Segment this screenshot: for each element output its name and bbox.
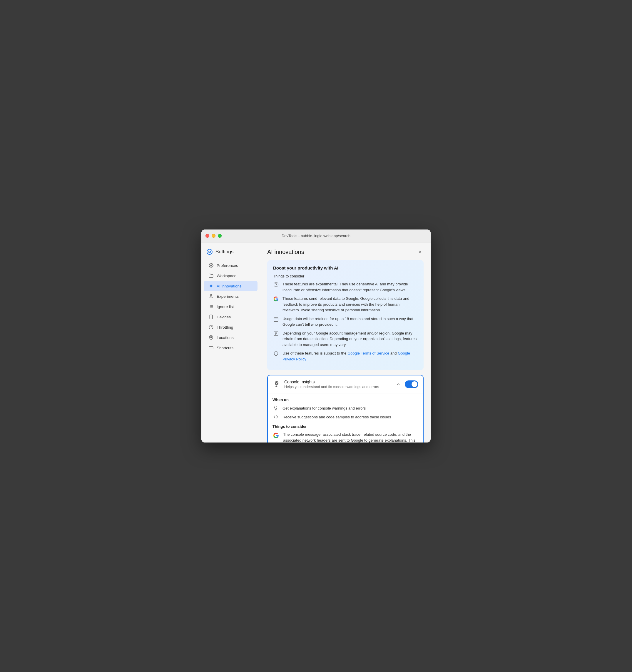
gauge-icon xyxy=(208,325,214,330)
console-insights-controls xyxy=(395,380,418,388)
close-button[interactable]: × xyxy=(416,248,424,256)
svg-point-2 xyxy=(210,265,212,266)
when-on-item-0: Get explanations for console warnings an… xyxy=(273,405,418,411)
sidebar-item-experiments[interactable]: Experiments xyxy=(204,291,257,301)
main-header: AI innovations × xyxy=(267,248,424,256)
toggle-thumb xyxy=(411,381,418,387)
console-insights-card: Console Insights Helps you understand an… xyxy=(267,375,424,442)
things-item-0: The console message, associated stack tr… xyxy=(273,432,418,442)
info-item-4: Use of these features is subject to the … xyxy=(273,351,418,362)
when-on-item-text: Receive suggestions and code samples to … xyxy=(282,415,391,419)
svg-point-12 xyxy=(210,337,212,338)
info-card-title: Boost your productivity with AI xyxy=(273,265,418,270)
console-insights-toggle[interactable] xyxy=(405,380,418,388)
console-insights-header: Console Insights Helps you understand an… xyxy=(268,376,423,393)
code-bracket-icon xyxy=(273,414,279,420)
ai-warning-icon xyxy=(273,282,279,287)
sidebar-item-throttling[interactable]: Throttling xyxy=(204,322,257,332)
titlebar: DevTools - bubble-jingle.web.app/search xyxy=(201,230,431,242)
console-insights-title: Console Insights xyxy=(284,380,392,384)
chevron-up-icon[interactable] xyxy=(395,381,401,387)
svg-point-14 xyxy=(276,286,276,286)
gear-icon xyxy=(208,263,214,268)
sidebar-item-label: Devices xyxy=(217,315,231,319)
when-on-item-text: Get explanations for console warnings an… xyxy=(282,406,366,410)
sidebar-item-label: Throttling xyxy=(217,325,233,330)
maximize-traffic-light[interactable] xyxy=(218,234,222,238)
info-item-3: Depending on your Google account managem… xyxy=(273,330,418,348)
sidebar-item-label: Ignore list xyxy=(217,305,234,309)
close-traffic-light[interactable] xyxy=(205,234,209,238)
sidebar-item-label: Preferences xyxy=(217,263,238,268)
main-title: AI innovations xyxy=(267,248,304,256)
sidebar-header-title: Settings xyxy=(216,249,233,255)
devtools-window: DevTools - bubble-jingle.web.app/search … xyxy=(201,230,431,442)
pin-icon xyxy=(208,335,214,340)
flask-icon xyxy=(208,294,214,299)
data-list-icon xyxy=(273,331,279,337)
sidebar-item-workspace[interactable]: Workspace xyxy=(204,271,257,281)
info-item-1: These features send relevant data to Goo… xyxy=(273,296,418,313)
when-on-title: When on xyxy=(273,398,418,402)
privacy-link[interactable]: Google Privacy Policy xyxy=(282,351,410,361)
info-card-subtitle: Things to consider xyxy=(273,274,418,278)
settings-logo-icon xyxy=(206,248,213,256)
console-insights-text: Console Insights Helps you understand an… xyxy=(284,380,392,389)
folder-icon xyxy=(208,273,214,278)
info-item-text: These features are experimental. They us… xyxy=(282,281,418,293)
sidebar-item-preferences[interactable]: Preferences xyxy=(204,260,257,270)
info-item-text: Depending on your Google account managem… xyxy=(282,330,418,348)
sparkle-icon xyxy=(208,283,214,289)
minimize-traffic-light[interactable] xyxy=(212,234,216,238)
things-to-consider-title: Things to consider xyxy=(273,424,418,429)
sidebar-item-shortcuts[interactable]: Shortcuts xyxy=(204,343,257,353)
sidebar-header: Settings xyxy=(201,246,260,260)
sidebar-item-label: Experiments xyxy=(217,294,239,298)
main-content: AI innovations × Boost your productivity… xyxy=(260,242,431,442)
device-icon xyxy=(208,314,214,319)
calendar-icon xyxy=(273,316,279,322)
sidebar-item-label: Workspace xyxy=(217,273,236,278)
google-g-icon-2 xyxy=(273,432,280,439)
sidebar-item-label: Locations xyxy=(217,335,234,340)
sidebar-item-label: Shortcuts xyxy=(217,346,233,350)
sidebar-item-devices[interactable]: Devices xyxy=(204,312,257,322)
info-item-text: These features send relevant data to Goo… xyxy=(282,296,418,313)
svg-point-0 xyxy=(207,249,212,255)
things-item-text: The console message, associated stack tr… xyxy=(283,432,418,442)
keyboard-icon xyxy=(208,345,214,351)
content-area: Settings Preferences xyxy=(201,242,431,442)
titlebar-title: DevTools - bubble-jingle.web.app/search xyxy=(282,234,350,238)
list-x-icon xyxy=(208,304,214,309)
svg-point-1 xyxy=(209,251,210,253)
sidebar-item-ai-innovations[interactable]: AI innovations xyxy=(204,281,257,291)
sidebar-item-locations[interactable]: Locations xyxy=(204,333,257,342)
svg-marker-3 xyxy=(209,284,213,288)
console-insights-subtitle: Helps you understand and fix console war… xyxy=(284,385,392,389)
lightbulb-icon xyxy=(273,405,279,411)
sidebar-item-label: AI innovations xyxy=(217,284,242,288)
when-on-item-1: Receive suggestions and code samples to … xyxy=(273,414,418,420)
info-item-2: Usage data will be retained for up to 18… xyxy=(273,316,418,328)
console-insights-icon xyxy=(273,380,281,388)
traffic-lights xyxy=(205,234,222,238)
info-item-text: Usage data will be retained for up to 18… xyxy=(282,316,418,328)
console-insights-expanded: When on Get explanations for console war… xyxy=(268,393,423,442)
svg-rect-15 xyxy=(274,317,278,321)
svg-rect-13 xyxy=(209,346,213,349)
info-item-0: These features are experimental. They us… xyxy=(273,281,418,293)
tos-link[interactable]: Google Terms of Service xyxy=(348,351,389,355)
shield-icon xyxy=(273,351,279,357)
sidebar-item-ignore-list[interactable]: Ignore list xyxy=(204,302,257,312)
google-g-icon xyxy=(273,296,279,302)
info-card: Boost your productivity with AI Things t… xyxy=(267,260,424,370)
sidebar: Settings Preferences xyxy=(201,242,260,442)
info-item-tos-text: Use of these features is subject to the … xyxy=(282,351,418,362)
